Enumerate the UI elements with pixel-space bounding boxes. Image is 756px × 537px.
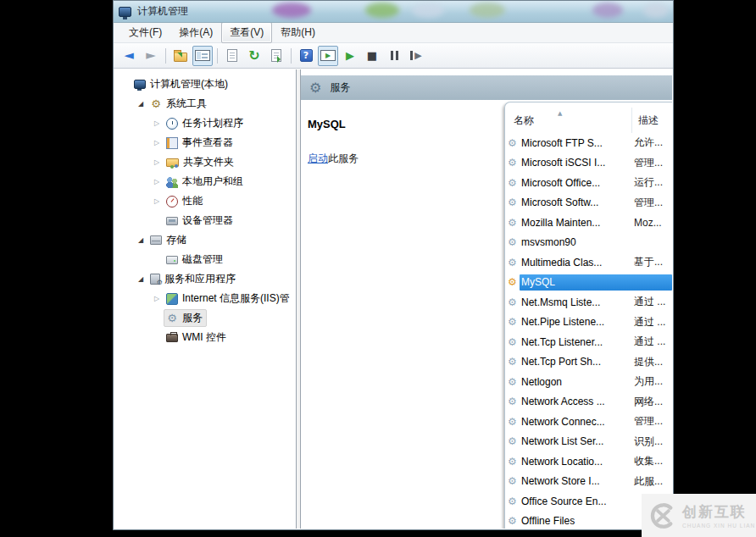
services-apps-icon bbox=[150, 274, 160, 285]
expander-expanded-icon[interactable]: ◢ bbox=[134, 275, 147, 283]
service-row[interactable]: ⚙Network Access ...网络... bbox=[505, 392, 672, 412]
menu-bar: 文件(F)操作(A)查看(V)帮助(H) bbox=[114, 23, 673, 43]
service-row[interactable]: ⚙Network Store I...此服... bbox=[505, 472, 672, 492]
computer-icon bbox=[134, 80, 146, 89]
menu-item-file[interactable]: 文件(F) bbox=[120, 22, 170, 43]
tree-item-computer-management[interactable]: 计算机管理(本地) bbox=[114, 75, 296, 94]
expander-expanded-icon[interactable]: ◢ bbox=[134, 100, 147, 108]
service-row[interactable]: ⚙Netlogon为用... bbox=[505, 372, 672, 392]
titlebar-reflection-blob bbox=[365, 3, 399, 18]
list-header: 名称 ▲ 描述 bbox=[505, 108, 672, 133]
tree-item-storage[interactable]: ◢存储 bbox=[114, 230, 296, 250]
service-name-cell: Office Source En... bbox=[520, 495, 631, 507]
service-name-cell: Netlogon bbox=[520, 376, 631, 388]
service-action-rest: 此服务 bbox=[328, 152, 359, 164]
service-description-cell: 管理... bbox=[631, 156, 672, 170]
tree-item-label: 性能 bbox=[182, 194, 203, 208]
service-description-cell: 允许... bbox=[631, 136, 672, 150]
service-row[interactable]: ⚙MySQL bbox=[505, 273, 672, 293]
tree-item-shared-folders[interactable]: ▷共享文件夹 bbox=[114, 152, 296, 172]
refresh-icon bbox=[248, 49, 259, 63]
tree-item-wmi-control[interactable]: WMI 控件 bbox=[114, 328, 296, 347]
expander-collapsed-icon[interactable]: ▷ bbox=[150, 295, 164, 302]
tree-item-system-tools[interactable]: ◢系统工具 bbox=[114, 94, 296, 113]
service-row[interactable]: ⚙Net.Pipe Listene...通过 ... bbox=[505, 313, 672, 333]
service-gear-icon: ⚙ bbox=[505, 515, 520, 527]
window-title: 计算机管理 bbox=[137, 4, 188, 19]
document-button[interactable] bbox=[222, 46, 242, 66]
service-row[interactable]: ⚙Network List Ser...识别... bbox=[505, 432, 672, 452]
tree-item-event-viewer[interactable]: ▷事件查看器 bbox=[114, 133, 296, 152]
expander-collapsed-icon[interactable]: ▷ bbox=[150, 197, 164, 205]
column-header-name[interactable]: 名称 ▲ bbox=[505, 108, 632, 133]
extended-view-icon bbox=[320, 50, 336, 61]
service-row[interactable]: ⚙Mozilla Mainten...Moz... bbox=[505, 213, 672, 233]
extended-view-button[interactable] bbox=[318, 46, 338, 66]
service-row[interactable]: ⚙Microsoft Office...运行... bbox=[505, 173, 672, 193]
titlebar-reflection-blob bbox=[272, 3, 311, 18]
title-bar[interactable]: 计算机管理 bbox=[114, 1, 673, 23]
expander-collapsed-icon[interactable]: ▷ bbox=[150, 178, 164, 185]
service-gear-icon: ⚙ bbox=[505, 137, 520, 149]
toolbar-separator bbox=[165, 48, 166, 64]
help-button[interactable]: ? bbox=[296, 46, 316, 66]
service-row[interactable]: ⚙Net.Msmq Liste...通过 ... bbox=[505, 292, 672, 313]
expander-collapsed-icon[interactable]: ▷ bbox=[150, 139, 164, 147]
tree-item-label: WMI 控件 bbox=[182, 330, 226, 345]
services-pane-header: ⚙ 服务 bbox=[301, 75, 672, 100]
event-viewer-icon bbox=[166, 137, 178, 149]
menu-item-action[interactable]: 操作(A) bbox=[170, 22, 221, 43]
service-name-cell: Microsoft iSCSI I... bbox=[520, 157, 631, 169]
service-row[interactable]: ⚙Microsoft Softw...管理... bbox=[505, 193, 672, 213]
pause-service-button[interactable] bbox=[384, 46, 404, 66]
tree-item-services-apps[interactable]: ◢服务和应用程序 bbox=[114, 269, 296, 289]
tree-item-disk-management[interactable]: 磁盘管理 bbox=[114, 250, 296, 269]
service-gear-icon: ⚙ bbox=[505, 197, 520, 208]
service-name-cell: Multimedia Clas... bbox=[520, 257, 631, 268]
expander-collapsed-icon[interactable]: ▷ bbox=[150, 119, 164, 127]
performance-icon bbox=[166, 196, 178, 208]
tree-item-label: 事件查看器 bbox=[182, 136, 233, 150]
storage-icon bbox=[150, 235, 162, 245]
tree-item-label: 存储 bbox=[166, 233, 186, 247]
tree-item-services[interactable]: 服务 bbox=[114, 308, 296, 328]
service-row[interactable]: ⚙Microsoft FTP S...允许... bbox=[505, 133, 672, 153]
stop-service-button[interactable] bbox=[362, 46, 382, 66]
restart-service-button[interactable] bbox=[406, 46, 426, 66]
service-gear-icon: ⚙ bbox=[505, 376, 520, 388]
forward-button[interactable] bbox=[141, 46, 161, 66]
expander-collapsed-icon[interactable]: ▷ bbox=[150, 158, 164, 166]
services-gear-icon: ⚙ bbox=[309, 81, 321, 95]
service-row[interactable]: ⚙msvsmon90 bbox=[505, 233, 672, 253]
service-gear-icon: ⚙ bbox=[505, 236, 520, 248]
service-row[interactable]: ⚙Multimedia Clas...基于... bbox=[505, 252, 672, 273]
service-row[interactable]: ⚙Net.Tcp Listener...通过 ... bbox=[505, 332, 672, 352]
service-row[interactable]: ⚙Network Connec...管理... bbox=[505, 412, 672, 432]
tree-item-performance[interactable]: ▷性能 bbox=[114, 191, 296, 211]
tree-item-iis[interactable]: ▷Internet 信息服务(IIS)管 bbox=[114, 289, 296, 308]
start-service-button[interactable] bbox=[340, 46, 360, 66]
tree-item-task-scheduler[interactable]: ▷任务计划程序 bbox=[114, 113, 296, 133]
folder-button[interactable] bbox=[170, 46, 191, 66]
service-row[interactable]: ⚙Net.Tcp Port Sh...提供... bbox=[505, 352, 672, 373]
tree-item-local-users-groups[interactable]: ▷本地用户和组 bbox=[114, 172, 296, 191]
pause-service-icon bbox=[391, 51, 398, 60]
console-tree-button[interactable] bbox=[192, 46, 213, 66]
watermark-logo-icon bbox=[648, 501, 677, 530]
service-name-cell: Net.Tcp Listener... bbox=[520, 336, 631, 348]
service-row[interactable]: ⚙Microsoft iSCSI I...管理... bbox=[505, 153, 672, 174]
menu-item-help[interactable]: 帮助(H) bbox=[272, 22, 324, 43]
service-name-cell: Microsoft FTP S... bbox=[520, 137, 631, 149]
document-icon bbox=[227, 49, 237, 62]
start-service-link[interactable]: 启动 bbox=[308, 152, 328, 164]
services-icon bbox=[166, 313, 178, 324]
tree-item-device-manager[interactable]: 设备管理器 bbox=[114, 211, 296, 230]
forward-icon bbox=[146, 49, 156, 62]
menu-item-view[interactable]: 查看(V) bbox=[221, 22, 272, 43]
expander-expanded-icon[interactable]: ◢ bbox=[134, 236, 147, 244]
service-row[interactable]: ⚙Network Locatio...收集... bbox=[505, 451, 672, 472]
column-header-description[interactable]: 描述 bbox=[632, 113, 659, 128]
export-list-button[interactable] bbox=[266, 46, 286, 66]
back-button[interactable] bbox=[119, 46, 139, 66]
refresh-button[interactable] bbox=[244, 46, 264, 66]
